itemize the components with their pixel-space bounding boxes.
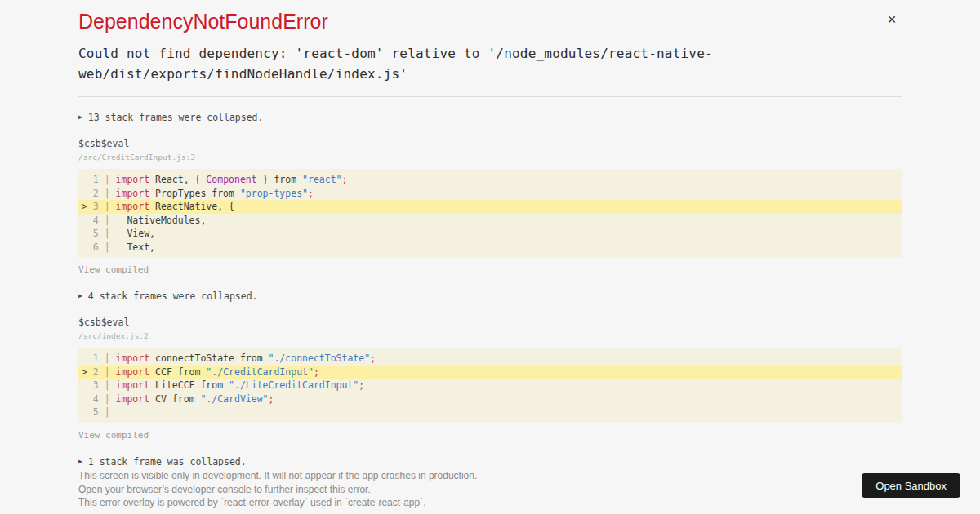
line-number: 5 | [93, 406, 116, 418]
code-token: "./connectToState" [269, 352, 371, 364]
line-number: 3 | [93, 379, 116, 391]
code-token: CV from [149, 393, 200, 405]
error-title: DependencyNotFoundError [78, 10, 902, 33]
code-token: import [116, 188, 150, 199]
collapsed-frames-toggle[interactable]: ▶4 stack frames were collapsed. [78, 290, 902, 302]
code-token: ; [269, 393, 274, 405]
code-line: 5 | View, [78, 227, 902, 241]
footer-note-console: Open your browser’s developer console to… [78, 483, 980, 497]
code-token: connectToState from [149, 352, 268, 364]
close-icon[interactable]: × [884, 11, 900, 28]
line-number: 2 | [93, 366, 116, 378]
caret-marker [82, 352, 93, 364]
footer-note-overlay: This error overlay is powered by `react-… [78, 496, 980, 510]
caret-marker: > [82, 201, 93, 212]
code-token: React, { [149, 174, 206, 185]
code-line: 5 | [78, 405, 902, 419]
caret-marker: > [82, 366, 93, 378]
code-line: 4 | NativeModules, [78, 214, 902, 228]
stack-frames: ▶13 stack frames were collapsed.$csb$eva… [78, 112, 902, 467]
code-token: CCF from [149, 366, 206, 378]
disclosure-triangle-icon: ▶ [78, 112, 82, 123]
caret-marker [82, 174, 93, 185]
footer-note-development: This screen is visible only in developme… [78, 469, 980, 483]
code-token: PropTypes from [149, 188, 240, 199]
code-token: LiteCCF from [149, 379, 229, 391]
code-line: 6 | Text, [78, 241, 902, 255]
code-snippet: 1 | import connectToState from "./connec… [78, 348, 902, 423]
code-line: 3 | import LiteCCF from "./LiteCreditCar… [78, 379, 902, 392]
code-snippet: 1 | import React, { Component } from "re… [78, 169, 902, 258]
error-overlay-content: DependencyNotFoundError Could not find d… [0, 10, 980, 467]
frame-file-location: /src/index.js:2 [78, 331, 902, 340]
code-token: NativeModules, [116, 215, 207, 226]
line-number: 2 | [93, 188, 116, 199]
caret-marker [82, 241, 93, 253]
caret-marker [82, 406, 93, 418]
footer: This screen is visible only in developme… [0, 466, 980, 514]
code-token: ; [359, 379, 364, 391]
code-line: > 3 | import ReactNative, { [78, 200, 902, 214]
code-line: 4 | import CV from "./CardView"; [78, 392, 902, 406]
line-number: 4 | [93, 393, 116, 405]
code-token: View, [116, 228, 155, 239]
code-token: ; [314, 366, 319, 378]
caret-marker [82, 188, 93, 199]
code-token: ; [370, 352, 376, 364]
code-token: import [116, 366, 150, 378]
code-token: import [116, 393, 150, 405]
line-number: 1 | [93, 352, 116, 364]
code-line: 1 | import React, { Component } from "re… [78, 173, 902, 187]
code-token: import [116, 352, 150, 364]
code-token: ; [342, 174, 348, 185]
code-token: "prop-types" [240, 188, 308, 199]
divider [78, 96, 902, 97]
frame-function-name: $csb$eval [78, 317, 902, 328]
code-token: import [116, 379, 150, 391]
line-number: 3 | [93, 201, 116, 212]
code-line: > 2 | import CCF from "./CreditCardInput… [78, 366, 902, 379]
line-number: 1 | [93, 174, 116, 185]
code-token: Component [206, 174, 256, 185]
error-message: Could not find dependency: 'react-dom' r… [78, 43, 902, 84]
disclosure-triangle-icon: ▶ [78, 290, 82, 302]
line-number: 4 | [93, 215, 116, 226]
code-token: Text, [116, 241, 155, 253]
code-token: ; [308, 188, 314, 199]
code-token: "./CreditCardInput" [206, 366, 314, 378]
collapsed-frames-label: 13 stack frames were collapsed. [88, 112, 264, 123]
collapsed-frames-toggle[interactable]: ▶13 stack frames were collapsed. [78, 112, 902, 123]
line-number: 6 | [93, 241, 116, 253]
code-token: "./CardView" [200, 393, 268, 405]
code-token: import [116, 201, 150, 212]
caret-marker [82, 393, 93, 405]
open-sandbox-button[interactable]: Open Sandbox [862, 473, 960, 498]
code-line: 2 | import PropTypes from "prop-types"; [78, 187, 902, 201]
caret-marker [82, 228, 93, 239]
collapsed-frames-label: 4 stack frames were collapsed. [88, 290, 258, 302]
code-token: import [116, 174, 150, 185]
caret-marker [82, 215, 93, 226]
view-compiled-link[interactable]: View compiled [78, 264, 149, 275]
code-line: 1 | import connectToState from "./connec… [78, 352, 902, 366]
code-token: ReactNative, { [149, 201, 234, 212]
caret-marker [82, 379, 93, 391]
code-token: } from [257, 174, 302, 185]
error-overlay: { "header": { "title": "DependencyNotFou… [0, 0, 980, 514]
view-compiled-link[interactable]: View compiled [78, 430, 149, 441]
code-token: "react" [302, 174, 341, 185]
line-number: 5 | [93, 228, 116, 239]
frame-function-name: $csb$eval [78, 138, 902, 149]
frame-file-location: /src/CreditCardInput.js:3 [78, 153, 902, 162]
code-token: "./LiteCreditCardInput" [229, 379, 359, 391]
